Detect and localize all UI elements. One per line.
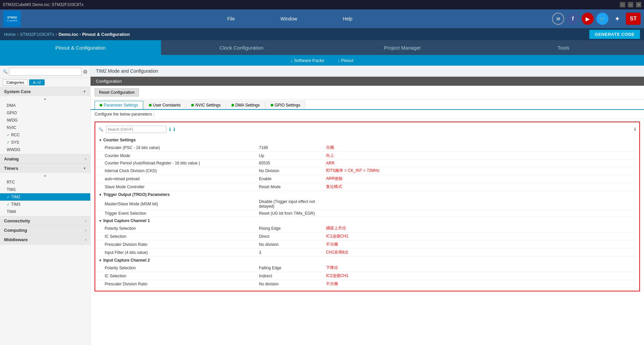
info-icon-2[interactable]: ℹ <box>173 127 175 132</box>
rcc-check: ✓ <box>7 133 10 137</box>
connectivity-label: Connectivity <box>4 218 30 223</box>
logo-box: STM32 CubeMX <box>3 11 21 27</box>
sidebar-item-tim2[interactable]: ✓TIM2 <box>0 193 90 201</box>
counter-settings-tri: ▼ <box>99 138 102 142</box>
window-controls: ─ □ ✕ <box>620 2 641 7</box>
sidebar-item-sys[interactable]: ✓SYS <box>0 139 90 146</box>
sidebar-item-tim3[interactable]: ✓TIM3 <box>0 201 90 208</box>
tab-a-to-z[interactable]: A->Z <box>29 79 45 85</box>
trigger-event-name: Trigger Event Selection <box>98 211 259 216</box>
sidebar-item-rtc[interactable]: RTC <box>0 179 90 186</box>
timers-scroll-up[interactable]: ▲ <box>0 173 90 178</box>
polarity-ch2-value: Falling Edge <box>259 266 326 270</box>
ic-sel-ch1-value: Direct <box>259 234 326 239</box>
sub-tab-software-packs[interactable]: ↓ Software Packs <box>290 58 324 63</box>
counter-period-name: Counter Period (AutoReload Register - 16… <box>98 161 259 165</box>
param-row-autoreload-preload: auto-reload preload Enable ARR使能 <box>98 175 637 183</box>
user-constants-dot <box>149 104 152 107</box>
sidebar-item-rcc[interactable]: ✓RCC <box>0 131 90 139</box>
polarity-ch2-name: Polarity Selection <box>98 266 259 270</box>
tab-pinout[interactable]: Pinout & Configuration <box>0 40 161 55</box>
sidebar-section-header-timers[interactable]: Timers ▼ <box>0 164 90 173</box>
sidebar-item-tim4[interactable]: TIM4 <box>0 208 90 215</box>
sidebar-item-gpio[interactable]: GPIO <box>0 109 90 117</box>
sidebar-item-dma[interactable]: DMA <box>0 102 90 109</box>
breadcrumb: Home › STM32F103C8Tx › Demo.ioc - Pinout… <box>0 28 644 40</box>
counter-mode-note: 向上 <box>326 153 637 158</box>
sidebar-section-header-system-core[interactable]: System Core ▼ <box>0 87 90 96</box>
breadcrumb-current[interactable]: Demo.ioc - Pinout & Configuration <box>59 32 130 37</box>
sidebar-section-header-middleware[interactable]: Middleware › <box>0 235 90 244</box>
breadcrumb-home[interactable]: Home <box>4 32 16 37</box>
tab-categories[interactable]: Categories <box>3 79 28 85</box>
youtube-icon[interactable]: ▶ <box>582 13 594 25</box>
trgo-header[interactable]: ▼ Trigger Output (TRGO) Parameters <box>98 191 637 198</box>
settings-icon[interactable]: ⚙ <box>83 69 88 75</box>
tab-user-constants[interactable]: User Constants <box>144 101 186 109</box>
tab-dma-settings[interactable]: DMA Settings <box>226 101 265 109</box>
prescaler-note: 分频 <box>326 145 637 150</box>
tab-gpio-settings[interactable]: GPIO Settings <box>266 101 306 109</box>
sidebar-item-wwdg[interactable]: WWDG <box>0 146 90 153</box>
sidebar-item-nvic[interactable]: NVIC <box>0 124 90 131</box>
tab-nvic-settings[interactable]: NVIC Settings <box>186 101 225 109</box>
reset-configuration-button[interactable]: Reset Configuration <box>95 88 139 96</box>
param-row-prescaler: Prescaler (PSC - 16 bits value) 7199 分频 <box>98 144 637 152</box>
generate-code-button[interactable]: GENERATE CODE <box>589 30 640 39</box>
autoreload-preload-value: Enable <box>259 177 326 181</box>
dma-settings-dot <box>231 104 234 107</box>
psc-div-ch2-note: 不分频 <box>326 281 637 287</box>
facebook-icon[interactable]: f <box>567 13 579 25</box>
parameter-search-input[interactable] <box>106 126 166 133</box>
sidebar-item-tim1[interactable]: TIM1 <box>0 186 90 193</box>
scroll-up-btn[interactable]: ▲ <box>0 96 90 101</box>
psc-div-ch1-note: 不分频 <box>326 242 637 247</box>
breadcrumb-chip[interactable]: STM32F103C8Tx <box>20 32 54 37</box>
menu-file[interactable]: File <box>224 15 237 23</box>
minimize-button[interactable]: ─ <box>620 2 625 7</box>
close-button[interactable]: ✕ <box>636 2 641 7</box>
sidebar-section-header-analog[interactable]: Analog › <box>0 154 90 163</box>
st-logo-icon[interactable]: ST <box>626 13 641 25</box>
prescaler-name: Prescaler (PSC - 16 bits value) <box>98 145 259 150</box>
sys-check: ✓ <box>7 140 10 145</box>
menu-help[interactable]: Help <box>340 15 355 23</box>
menu-window[interactable]: Window <box>278 15 300 23</box>
sidebar-search-area: 🔍 ⚙ <box>0 66 90 78</box>
sidebar-item-iwdg[interactable]: IWDG <box>0 117 90 124</box>
twitter-icon[interactable]: 🐦 <box>596 13 608 25</box>
param-row-psc-div-ch1: Prescaler Division Ratio No division 不分频 <box>98 240 637 249</box>
sidebar-section-header-connectivity[interactable]: Connectivity › <box>0 216 90 225</box>
tab-clock[interactable]: Clock Configuration <box>161 40 322 55</box>
psc-div-ch2-value: No division <box>259 282 326 286</box>
sub-tab-pinout[interactable]: ↓ Pinout <box>338 58 354 63</box>
tab-project[interactable]: Project Manager <box>322 40 483 55</box>
sidebar-category-tabs: Categories A->Z <box>0 78 90 87</box>
ic-ch1-label: Input Capture Channel 1 <box>103 218 150 223</box>
social-icons: 10 f ▶ 🐦 ✦ ST <box>552 13 641 25</box>
computing-label: Computing <box>4 228 27 233</box>
info-icon-1[interactable]: ℹ <box>169 127 171 132</box>
network-icon[interactable]: ✦ <box>611 13 623 25</box>
sidebar-section-middleware: Middleware › <box>0 235 90 245</box>
gpio-settings-label: GPIO Settings <box>275 103 301 108</box>
param-row-polarity-ch1: Polarity Selection Rising Edge 捕获上升沿 <box>98 224 637 232</box>
nvic-settings-label: NVIC Settings <box>195 103 220 108</box>
param-row-polarity-ch2: Polarity Selection Falling Edge 下降沿 <box>98 264 637 272</box>
tab-parameter-settings[interactable]: Parameter Settings <box>95 101 143 109</box>
param-row-counter-mode: Counter Mode Up 向上 <box>98 152 637 160</box>
param-row-ic-sel-ch1: IC Selection Direct IC1连接CH1 <box>98 232 637 240</box>
sub-tabs: ↓ Software Packs ↓ Pinout <box>0 55 644 66</box>
sidebar-search-input[interactable] <box>9 68 82 76</box>
parameter-search-row: 🔍 ℹ ℹ ℹ <box>98 125 637 134</box>
ic-ch1-header[interactable]: ▼ Input Capture Channel 1 <box>98 217 637 224</box>
tim1-label: TIM1 <box>7 187 16 192</box>
table-info-icon[interactable]: ℹ <box>634 127 636 132</box>
app-logo: STM32 CubeMX <box>3 11 21 27</box>
counter-settings-header[interactable]: ▼ Counter Settings <box>98 136 637 144</box>
dma-label: DMA <box>7 103 16 108</box>
maximize-button[interactable]: □ <box>628 2 633 7</box>
sidebar-section-header-computing[interactable]: Computing › <box>0 226 90 235</box>
ic-ch2-header[interactable]: ▼ Input Capture Channel 2 <box>98 257 637 264</box>
tab-tools[interactable]: Tools <box>483 40 644 55</box>
